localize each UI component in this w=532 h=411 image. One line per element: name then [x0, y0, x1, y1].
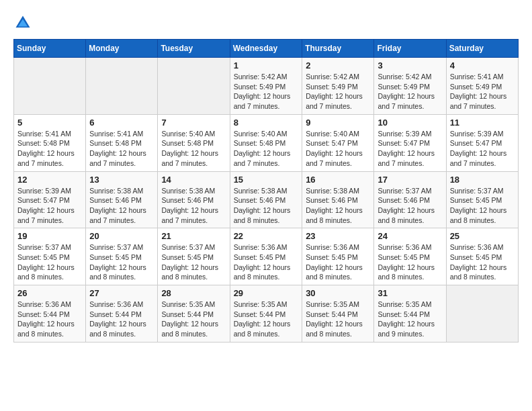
calendar-cell: 22Sunrise: 5:36 AM Sunset: 5:45 PM Dayli…: [230, 228, 302, 285]
day-info: Sunrise: 5:38 AM Sunset: 5:46 PM Dayligh…: [234, 186, 299, 226]
calendar-cell: 15Sunrise: 5:38 AM Sunset: 5:46 PM Dayli…: [230, 171, 302, 228]
logo-icon: [13, 13, 32, 32]
day-info: Sunrise: 5:36 AM Sunset: 5:45 PM Dayligh…: [450, 242, 515, 282]
day-info: Sunrise: 5:37 AM Sunset: 5:45 PM Dayligh…: [89, 242, 154, 282]
day-number: 16: [306, 175, 370, 185]
calendar-cell: 19Sunrise: 5:37 AM Sunset: 5:45 PM Dayli…: [14, 228, 86, 285]
day-number: 12: [17, 175, 82, 185]
day-info: Sunrise: 5:42 AM Sunset: 5:49 PM Dayligh…: [306, 72, 370, 111]
day-number: 8: [234, 118, 299, 128]
weekday-header-friday: Friday: [374, 40, 446, 58]
calendar-cell: 29Sunrise: 5:35 AM Sunset: 5:44 PM Dayli…: [230, 285, 302, 342]
day-number: 4: [450, 60, 515, 71]
calendar-cell: 9Sunrise: 5:40 AM Sunset: 5:47 PM Daylig…: [302, 114, 374, 171]
calendar-cell: 3Sunrise: 5:42 AM Sunset: 5:49 PM Daylig…: [374, 58, 446, 115]
calendar-cell: 4Sunrise: 5:41 AM Sunset: 5:49 PM Daylig…: [446, 58, 518, 115]
calendar-cell: 21Sunrise: 5:37 AM Sunset: 5:45 PM Dayli…: [158, 228, 230, 285]
day-info: Sunrise: 5:39 AM Sunset: 5:47 PM Dayligh…: [450, 129, 515, 169]
day-info: Sunrise: 5:35 AM Sunset: 5:44 PM Dayligh…: [234, 300, 299, 339]
day-info: Sunrise: 5:38 AM Sunset: 5:46 PM Dayligh…: [89, 186, 154, 226]
day-number: 13: [89, 175, 154, 185]
day-info: Sunrise: 5:36 AM Sunset: 5:45 PM Dayligh…: [234, 242, 299, 282]
day-number: 30: [306, 288, 370, 298]
day-number: 15: [234, 175, 299, 185]
calendar-table: SundayMondayTuesdayWednesdayThursdayFrid…: [13, 39, 519, 342]
day-number: 1: [234, 60, 299, 71]
day-number: 18: [450, 175, 515, 185]
day-info: Sunrise: 5:37 AM Sunset: 5:45 PM Dayligh…: [17, 242, 82, 282]
day-info: Sunrise: 5:36 AM Sunset: 5:45 PM Dayligh…: [306, 242, 370, 282]
calendar-cell: 11Sunrise: 5:39 AM Sunset: 5:47 PM Dayli…: [446, 114, 518, 171]
calendar-cell: 23Sunrise: 5:36 AM Sunset: 5:45 PM Dayli…: [302, 228, 374, 285]
day-info: Sunrise: 5:40 AM Sunset: 5:47 PM Dayligh…: [306, 129, 370, 169]
day-number: 5: [17, 118, 82, 128]
day-number: 22: [234, 231, 299, 241]
calendar-cell: [14, 58, 86, 115]
weekday-header-saturday: Saturday: [446, 40, 518, 58]
day-number: 17: [378, 175, 442, 185]
calendar-cell: 30Sunrise: 5:35 AM Sunset: 5:44 PM Dayli…: [302, 285, 374, 342]
calendar-cell: 1Sunrise: 5:42 AM Sunset: 5:49 PM Daylig…: [230, 58, 302, 115]
calendar-cell: 10Sunrise: 5:39 AM Sunset: 5:47 PM Dayli…: [374, 114, 446, 171]
day-number: 27: [89, 288, 154, 298]
day-number: 9: [306, 118, 370, 128]
day-info: Sunrise: 5:40 AM Sunset: 5:48 PM Dayligh…: [234, 129, 299, 169]
day-info: Sunrise: 5:36 AM Sunset: 5:45 PM Dayligh…: [378, 242, 442, 282]
day-number: 10: [378, 118, 442, 128]
calendar-cell: 25Sunrise: 5:36 AM Sunset: 5:45 PM Dayli…: [446, 228, 518, 285]
day-info: Sunrise: 5:36 AM Sunset: 5:44 PM Dayligh…: [17, 300, 82, 339]
day-number: 28: [161, 288, 226, 298]
weekday-header-thursday: Thursday: [302, 40, 374, 58]
calendar-cell: 27Sunrise: 5:36 AM Sunset: 5:44 PM Dayli…: [86, 285, 158, 342]
day-info: Sunrise: 5:41 AM Sunset: 5:48 PM Dayligh…: [89, 129, 154, 169]
day-info: Sunrise: 5:41 AM Sunset: 5:49 PM Dayligh…: [450, 72, 515, 111]
day-number: 25: [450, 231, 515, 241]
day-info: Sunrise: 5:37 AM Sunset: 5:46 PM Dayligh…: [378, 186, 442, 226]
day-info: Sunrise: 5:39 AM Sunset: 5:47 PM Dayligh…: [17, 186, 82, 226]
calendar-cell: 20Sunrise: 5:37 AM Sunset: 5:45 PM Dayli…: [86, 228, 158, 285]
calendar-cell: 8Sunrise: 5:40 AM Sunset: 5:48 PM Daylig…: [230, 114, 302, 171]
day-number: 29: [234, 288, 299, 298]
day-number: 24: [378, 231, 442, 241]
calendar-cell: 7Sunrise: 5:40 AM Sunset: 5:48 PM Daylig…: [158, 114, 230, 171]
day-info: Sunrise: 5:39 AM Sunset: 5:47 PM Dayligh…: [378, 129, 442, 169]
day-info: Sunrise: 5:38 AM Sunset: 5:46 PM Dayligh…: [306, 186, 370, 226]
calendar-cell: 26Sunrise: 5:36 AM Sunset: 5:44 PM Dayli…: [14, 285, 86, 342]
day-info: Sunrise: 5:42 AM Sunset: 5:49 PM Dayligh…: [378, 72, 442, 111]
day-info: Sunrise: 5:37 AM Sunset: 5:45 PM Dayligh…: [450, 186, 515, 226]
calendar-cell: [86, 58, 158, 115]
calendar-cell: 18Sunrise: 5:37 AM Sunset: 5:45 PM Dayli…: [446, 171, 518, 228]
day-info: Sunrise: 5:37 AM Sunset: 5:45 PM Dayligh…: [161, 242, 226, 282]
day-info: Sunrise: 5:35 AM Sunset: 5:44 PM Dayligh…: [378, 300, 442, 339]
day-number: 14: [161, 175, 226, 185]
day-number: 26: [17, 288, 82, 298]
calendar-cell: [446, 285, 518, 342]
calendar-header: SundayMondayTuesdayWednesdayThursdayFrid…: [14, 40, 519, 58]
day-info: Sunrise: 5:38 AM Sunset: 5:46 PM Dayligh…: [161, 186, 226, 226]
calendar-cell: 12Sunrise: 5:39 AM Sunset: 5:47 PM Dayli…: [14, 171, 86, 228]
day-info: Sunrise: 5:35 AM Sunset: 5:44 PM Dayligh…: [306, 300, 370, 339]
day-number: 7: [161, 118, 226, 128]
day-number: 6: [89, 118, 154, 128]
day-number: 3: [378, 60, 442, 71]
day-number: 23: [306, 231, 370, 241]
weekday-header-monday: Monday: [86, 40, 158, 58]
logo: [13, 13, 35, 32]
calendar-cell: 14Sunrise: 5:38 AM Sunset: 5:46 PM Dayli…: [158, 171, 230, 228]
calendar-cell: 28Sunrise: 5:35 AM Sunset: 5:44 PM Dayli…: [158, 285, 230, 342]
calendar-cell: 13Sunrise: 5:38 AM Sunset: 5:46 PM Dayli…: [86, 171, 158, 228]
weekday-header-tuesday: Tuesday: [158, 40, 230, 58]
day-info: Sunrise: 5:41 AM Sunset: 5:48 PM Dayligh…: [17, 129, 82, 169]
calendar-cell: 2Sunrise: 5:42 AM Sunset: 5:49 PM Daylig…: [302, 58, 374, 115]
day-info: Sunrise: 5:40 AM Sunset: 5:48 PM Dayligh…: [161, 129, 226, 169]
day-number: 11: [450, 118, 515, 128]
calendar-cell: 24Sunrise: 5:36 AM Sunset: 5:45 PM Dayli…: [374, 228, 446, 285]
calendar-cell: 6Sunrise: 5:41 AM Sunset: 5:48 PM Daylig…: [86, 114, 158, 171]
day-number: 20: [89, 231, 154, 241]
calendar-cell: 16Sunrise: 5:38 AM Sunset: 5:46 PM Dayli…: [302, 171, 374, 228]
day-number: 21: [161, 231, 226, 241]
day-number: 19: [17, 231, 82, 241]
day-info: Sunrise: 5:35 AM Sunset: 5:44 PM Dayligh…: [161, 300, 226, 339]
weekday-header-sunday: Sunday: [14, 40, 86, 58]
calendar-cell: 5Sunrise: 5:41 AM Sunset: 5:48 PM Daylig…: [14, 114, 86, 171]
